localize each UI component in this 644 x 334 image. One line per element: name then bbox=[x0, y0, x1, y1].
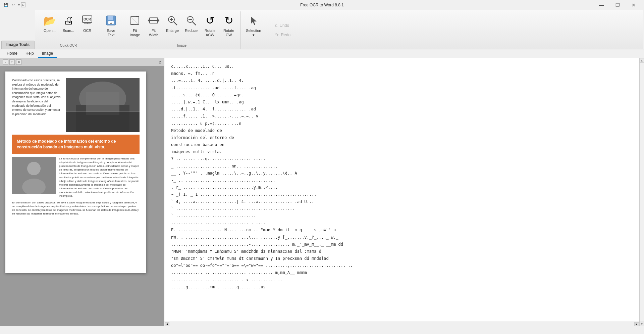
scan-btn[interactable]: 🖨 Scan... bbox=[59, 12, 77, 39]
enlarge-icon bbox=[166, 14, 179, 27]
text-line: -_ .. ..................................… bbox=[171, 177, 633, 184]
rotate-acw-btn[interactable]: ↺ RotateACW bbox=[201, 12, 219, 39]
text-line: ............. .............. . x .......… bbox=[171, 277, 633, 283]
image-panel: - □ ✕ 2 bbox=[0, 58, 164, 326]
doc-person-image bbox=[12, 157, 56, 194]
redo-label: Redo bbox=[281, 33, 290, 37]
scan-label: Scan... bbox=[63, 29, 74, 33]
image-panel-content: Combinado con casos prácticos, se explor… bbox=[0, 66, 164, 278]
open-btn[interactable]: 📂 Open... bbox=[41, 12, 59, 39]
save-text-btn[interactable]: A SaveText bbox=[102, 12, 120, 39]
text-line: .....|.w.=.1 C... lx umm.. .ag bbox=[171, 99, 633, 105]
save-text-items: A SaveText bbox=[102, 12, 120, 47]
text-line: ~ _( 1. _ 1 ............................… bbox=[171, 191, 633, 198]
doc-top-section: Combinado con casos prácticos, se explor… bbox=[12, 78, 140, 116]
redo-btn: ↷ Redo bbox=[272, 31, 293, 39]
panel-minimize-btn[interactable]: - bbox=[3, 59, 8, 65]
text-panel-wrapper: c.....x......1.. C... us..mmcns. =. fm..… bbox=[164, 58, 639, 326]
svg-line-17 bbox=[192, 21, 196, 25]
selection-items: Selection▾ bbox=[244, 12, 263, 47]
text-line: "MGM' 'mmmqdmms Y Imhxmmu S' mndzhdn dz … bbox=[171, 248, 633, 255]
scroll-up-btn[interactable]: ▲ bbox=[640, 58, 644, 63]
text-panel[interactable]: c.....x......1.. C... us..mmcns. =. fm..… bbox=[164, 58, 639, 322]
tab-image[interactable]: Image bbox=[38, 50, 57, 58]
bottom-scrollbar[interactable]: ◄ ► bbox=[164, 322, 639, 326]
text-line: ` 4, ....a.................| 4. ...a....… bbox=[171, 199, 633, 205]
doc-image-inner bbox=[66, 78, 140, 132]
qa-extra-btn[interactable]: ▸ bbox=[21, 2, 25, 7]
open-label: Open... bbox=[44, 29, 56, 33]
reduce-icon bbox=[184, 14, 198, 27]
svg-marker-19 bbox=[251, 16, 257, 25]
save-text-icon: A bbox=[104, 14, 118, 27]
text-line: ...=....1. 4. .....d.|..1.. 4. bbox=[171, 78, 633, 84]
tab-home[interactable]: Home bbox=[3, 50, 21, 58]
close-btn[interactable]: ✕ bbox=[626, 0, 641, 10]
quick-ocr-label: Quick OCR bbox=[41, 44, 96, 49]
panel-restore-btn[interactable]: □ bbox=[9, 59, 15, 65]
save-text-label: SaveText bbox=[107, 29, 115, 37]
save-quick-btn[interactable]: 💾 bbox=[3, 2, 9, 8]
doc-bottom-section: La zona ciega se complementa con la imag… bbox=[12, 157, 140, 198]
fit-image-btn[interactable]: FitImage bbox=[126, 12, 144, 39]
minimize-btn[interactable]: — bbox=[594, 0, 609, 10]
undo-redo-section: ⎌ Undo ↷ Redo bbox=[266, 11, 299, 49]
fit-image-label: FitImage bbox=[130, 29, 140, 37]
text-line: .....f..... .1. .>......-....=.=.. v bbox=[171, 113, 633, 120]
svg-line-9 bbox=[131, 16, 139, 25]
scroll-right-btn[interactable]: ► bbox=[634, 322, 639, 326]
selection-group-label bbox=[244, 47, 263, 49]
scroll-down-btn[interactable]: ▼ bbox=[640, 322, 644, 326]
rotate-cw-btn[interactable]: ↻ RotateCW bbox=[220, 12, 238, 39]
text-line: c.....x......1.. C... us.. bbox=[171, 63, 633, 70]
text-line: .....s....¢¢.... Q... ....=qr. bbox=[171, 92, 633, 98]
text-line: , r_ ..... .......................y.m..<… bbox=[171, 184, 633, 191]
restore-btn[interactable]: ❐ bbox=[610, 0, 625, 10]
rotate-acw-label: RotateACW bbox=[205, 29, 215, 37]
svg-text:A: A bbox=[110, 22, 112, 24]
image-tools-tab[interactable]: Image Tools bbox=[1, 41, 35, 49]
image-group: FitImage FitWidth bbox=[123, 11, 241, 49]
quick-access-toolbar: 💾 ↩ ▾ ▸ bbox=[3, 2, 25, 8]
reduce-btn[interactable]: Reduce bbox=[182, 12, 200, 39]
selection-group: Selection▾ bbox=[241, 11, 266, 49]
svg-point-28 bbox=[27, 162, 41, 175]
text-line: E. ............. .... N.... ...nm .. "mu… bbox=[171, 227, 633, 233]
svg-line-13 bbox=[173, 21, 177, 25]
image-group-items: FitImage FitWidth bbox=[126, 12, 238, 44]
text-line: ........... u p.=¢...... ...n bbox=[171, 121, 633, 127]
save-text-group-label bbox=[102, 47, 120, 49]
text-line: oonstrucción basado en bbox=[171, 142, 633, 148]
right-scrollbar: ▲ ▼ bbox=[639, 58, 644, 326]
undo-quick-btn[interactable]: ↩ bbox=[10, 2, 17, 8]
doc-orange-banner: Método de modelado de información del en… bbox=[12, 135, 140, 154]
selection-btn[interactable]: Selection▾ bbox=[244, 12, 263, 39]
app-title: Free OCR to Word 8.8.1 bbox=[300, 3, 344, 7]
ocr-btn[interactable]: OCR OCR bbox=[78, 12, 96, 39]
page-number: 2 bbox=[159, 60, 161, 64]
sub-tabs: Home Help Image bbox=[0, 49, 644, 58]
panel-close-btn[interactable]: ✕ bbox=[16, 59, 21, 65]
fit-image-icon bbox=[128, 14, 142, 27]
enlarge-label: Enlarge bbox=[166, 29, 179, 33]
title-bar: 💾 ↩ ▾ ▸ Free OCR to Word 8.8.1 — ❐ ✕ bbox=[0, 0, 644, 10]
text-line: ` ......................................… bbox=[171, 206, 633, 212]
save-text-group: A SaveText bbox=[99, 11, 123, 49]
text-line: ....d.|..1.. 4. .f............. .ad bbox=[171, 106, 633, 112]
image-group-label: Image bbox=[126, 44, 238, 49]
svg-rect-24 bbox=[66, 112, 140, 132]
fit-width-btn[interactable]: FitWidth bbox=[145, 12, 163, 39]
redo-icon: ↷ bbox=[275, 32, 279, 38]
enlarge-btn[interactable]: Enlarge bbox=[163, 12, 181, 39]
reduce-label: Reduce bbox=[185, 29, 198, 33]
selection-icon bbox=[247, 14, 260, 27]
text-line: oo°=l°oo°== oo-=fo°~=°°=°o== =\="w="== .… bbox=[171, 263, 633, 269]
text-line: informacién del entorno de bbox=[171, 135, 633, 141]
scroll-left-btn[interactable]: ◄ bbox=[165, 322, 169, 326]
ribbon-tabs: Image Tools 📂 Open... 🖨 Scan... bbox=[0, 10, 644, 49]
tab-help[interactable]: Help bbox=[21, 50, 38, 58]
rotate-cw-label: RotateCW bbox=[223, 29, 234, 37]
ocr-label: OCR bbox=[83, 29, 91, 33]
text-line: _ ..........,........... nn.. ..........… bbox=[171, 163, 633, 170]
text-line: ` ................................. bbox=[171, 213, 633, 219]
